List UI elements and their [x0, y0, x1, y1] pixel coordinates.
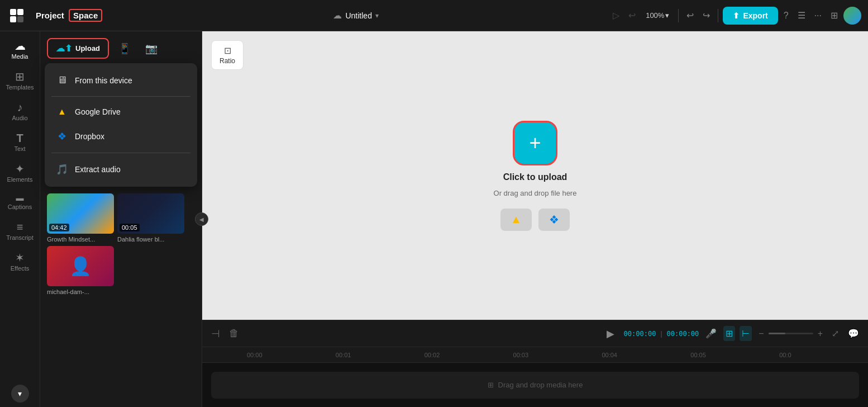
help-button[interactable]: ? — [780, 7, 792, 24]
sidebar-item-text[interactable]: T Text — [2, 128, 38, 157]
google-drive-label: Google Drive — [75, 107, 121, 116]
ratio-button[interactable]: ⊡ Ratio — [211, 40, 244, 70]
google-drive-upload-button[interactable]: ▲ — [500, 209, 532, 231]
list-item[interactable]: 👤 michael-dam-... — [47, 246, 114, 295]
plus-icon: + — [529, 131, 541, 155]
ai-enhance-button[interactable]: ⊞ — [723, 326, 735, 341]
undo-btn[interactable]: ↩ — [683, 7, 697, 24]
extract-audio-label: Extract audio — [75, 165, 121, 174]
more-button[interactable]: ··· — [811, 7, 825, 24]
upload-title-text: Click to upload — [503, 172, 567, 182]
sidebar-icons: ☁ Media ⊞ Templates ♪ Audio T Text ✦ Ele… — [0, 31, 40, 407]
expand-button[interactable]: ⤢ — [829, 326, 841, 341]
redo-btn[interactable]: ↪ — [699, 7, 713, 24]
ratio-label: Ratio — [220, 57, 235, 65]
dropbox-upload-icon: ❖ — [549, 213, 559, 226]
from-device-item[interactable]: 🖥 From this device — [45, 68, 197, 93]
media-panel-tabs: ☁⬆ Upload 📱 📷 — [40, 31, 202, 63]
ruler-mark: 00:01 — [336, 352, 425, 358]
trim-button[interactable]: ⊣ — [209, 325, 222, 342]
ruler-mark: 00:04 — [602, 352, 690, 358]
upload-service-buttons: ▲ ❖ — [500, 209, 570, 231]
play-button[interactable]: ▶ — [602, 325, 619, 343]
dropdown-divider2 — [51, 153, 190, 153]
split-button[interactable]: ⊢ — [740, 326, 752, 341]
caption-button[interactable]: 💬 — [846, 326, 861, 341]
elements-icon: ✦ — [15, 163, 25, 174]
zoom-control: − + — [756, 326, 825, 341]
sidebar-item-audio-label: Audio — [12, 115, 27, 121]
audio-icon: ♪ — [17, 102, 23, 113]
upload-plus-button[interactable]: + — [513, 121, 557, 165]
sidebar-item-media[interactable]: ☁ Media — [2, 36, 38, 64]
user-avatar[interactable] — [843, 7, 861, 25]
svg-rect-1 — [17, 9, 23, 15]
sidebar-item-transcript[interactable]: ≡ Transcript — [2, 217, 38, 245]
sidebar-item-captions-label: Captions — [8, 204, 32, 210]
sidebar-item-templates[interactable]: ⊞ Templates — [2, 67, 38, 95]
timeline-ruler: 00:00 00:01 00:02 00:03 00:04 00:05 00:0 — [202, 347, 868, 362]
total-time-display: 00:00:00 — [667, 330, 699, 338]
list-item[interactable]: 04:42 Growth Mindset... — [47, 193, 114, 243]
dropbox-label: Dropbox — [75, 132, 104, 141]
pointer-tool-button[interactable]: ▷ — [609, 7, 623, 24]
collapse-panel-button[interactable]: ◀ — [195, 212, 208, 226]
dropbox-upload-button[interactable]: ❖ — [538, 209, 570, 231]
canvas-and-timeline: ⊡ Ratio + Click to upload Or drag and dr… — [202, 31, 868, 407]
upload-center: + Click to upload Or drag and drop file … — [494, 121, 577, 231]
delete-button[interactable]: 🗑 — [227, 325, 241, 342]
drag-drop-icon: ⊞ — [488, 381, 494, 389]
sidebar-item-captions[interactable]: ▬ Captions — [2, 190, 38, 215]
zoom-track — [769, 333, 813, 334]
svg-rect-0 — [10, 9, 16, 15]
sidebar-item-transcript-label: Transcript — [6, 234, 34, 241]
ruler-mark: 00:00 — [247, 352, 336, 358]
sidebar-item-media-label: Media — [12, 53, 28, 60]
upload-tab[interactable]: ☁⬆ Upload — [47, 38, 109, 59]
project-title: Project Space — [36, 9, 102, 22]
project-label: Project — [36, 11, 64, 20]
ruler-mark: 00:0 — [779, 352, 868, 358]
sidebar-item-effects[interactable]: ✶ Effects — [2, 248, 38, 276]
undo-button[interactable]: ↩ — [625, 7, 639, 24]
menu-button[interactable]: ☰ — [794, 7, 809, 24]
device-icon: 🖥 — [56, 74, 68, 86]
timeline-track: ⊞ Drag and drop media here — [202, 362, 868, 407]
captions-icon: ▬ — [16, 194, 24, 202]
drag-drop-placeholder[interactable]: ⊞ Drag and drop media here — [211, 372, 859, 399]
export-button[interactable]: ⬆ Export — [723, 7, 778, 25]
panels-button[interactable]: ⊞ — [827, 7, 841, 24]
phone-tab-button[interactable]: 📱 — [113, 39, 136, 59]
effects-icon: ✶ — [15, 252, 25, 263]
sidebar-item-elements[interactable]: ✦ Elements — [2, 159, 38, 187]
sidebar-more-button[interactable]: ▾ — [11, 385, 29, 403]
upload-tab-label: Upload — [75, 44, 100, 53]
svg-rect-2 — [10, 16, 16, 22]
upload-dropdown-menu: 🖥 From this device ▲ Google Drive ❖ Drop… — [45, 63, 197, 187]
microphone-button[interactable]: 🎤 — [703, 326, 719, 341]
app-logo — [7, 6, 27, 26]
sidebar-item-elements-label: Elements — [7, 176, 33, 183]
google-drive-item[interactable]: ▲ Google Drive — [45, 100, 197, 124]
doc-title-text: Untitled — [345, 11, 371, 20]
thumbnail-label: Growth Mindset... — [47, 236, 114, 243]
ruler-mark: 00:03 — [513, 352, 602, 358]
video-tab-button[interactable]: 📷 — [140, 39, 163, 59]
export-icon: ⬆ — [733, 11, 740, 20]
extract-audio-item[interactable]: 🎵 Extract audio — [45, 157, 197, 182]
text-icon: T — [16, 132, 23, 144]
dropbox-item[interactable]: ❖ Dropbox — [45, 124, 197, 149]
doc-title-area[interactable]: ☁ Untitled ▾ — [333, 10, 378, 21]
zoom-display[interactable]: 100% ▾ — [641, 9, 674, 22]
list-item[interactable]: 00:05 Dahlia flower bl... — [117, 193, 184, 243]
ruler-mark: 00:05 — [690, 352, 779, 358]
zoom-in-button[interactable]: + — [815, 326, 825, 341]
zoom-out-button[interactable]: − — [756, 326, 766, 341]
toolbar-divider2 — [718, 9, 718, 22]
sidebar-item-audio[interactable]: ♪ Audio — [2, 97, 38, 126]
google-drive-icon: ▲ — [56, 107, 68, 117]
space-badge[interactable]: Space — [69, 9, 102, 22]
thumbnail-image: 00:05 — [117, 193, 184, 234]
media-icon: ☁ — [15, 40, 26, 51]
upload-cloud-icon: ☁⬆ — [56, 43, 72, 54]
